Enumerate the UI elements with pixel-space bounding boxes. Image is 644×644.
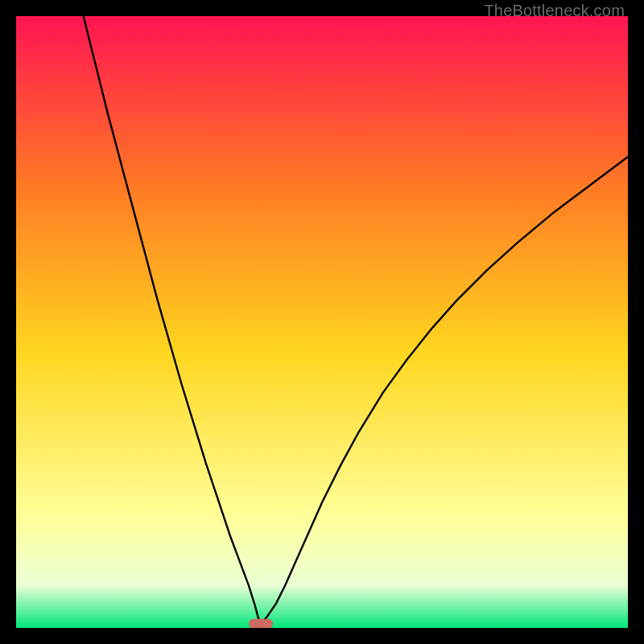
gradient-background <box>16 16 628 628</box>
chart-frame <box>16 16 628 628</box>
minimum-marker <box>249 619 273 628</box>
bottleneck-chart <box>16 16 628 628</box>
